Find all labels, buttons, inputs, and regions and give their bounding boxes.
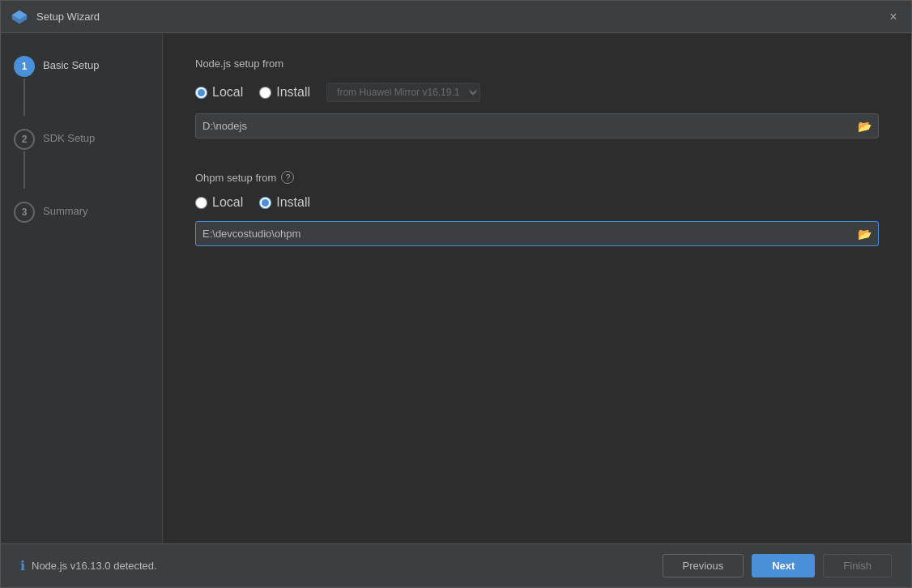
app-logo [11, 8, 28, 26]
ohpm-install-option[interactable]: Install [259, 195, 310, 210]
step2-line [23, 151, 25, 189]
footer-buttons: Previous Next Finish [663, 554, 892, 577]
nodejs-folder-icon[interactable]: 📂 [858, 120, 872, 133]
ohpm-local-option[interactable]: Local [195, 195, 243, 210]
ohpm-title-row: Ohpm setup from ? [195, 171, 879, 184]
step2-number-wrap: 2 [14, 129, 35, 189]
ohpm-local-label: Local [212, 195, 243, 210]
nodejs-install-label: Install [276, 85, 310, 100]
footer-info-message: Node.js v16.13.0 detected. [32, 560, 157, 572]
step3-number-wrap: 3 [14, 202, 35, 223]
next-button[interactable]: Next [752, 554, 815, 577]
nodejs-local-option[interactable]: Local [195, 85, 243, 100]
titlebar: Setup Wizard × [1, 1, 911, 33]
step1-line [23, 79, 25, 116]
ohpm-radio-group: Local Install [195, 195, 879, 210]
step2-label: SDK Setup [43, 129, 95, 144]
nodejs-section-title: Node.js setup from [195, 58, 879, 70]
previous-button[interactable]: Previous [663, 554, 744, 577]
nodejs-radio-group: Local Install from Huawei Mirror v16.19.… [195, 83, 879, 102]
nodejs-path-input[interactable] [202, 114, 858, 138]
ohpm-install-label: Install [276, 195, 310, 210]
step2-circle: 2 [14, 129, 35, 150]
step3-circle: 3 [14, 202, 35, 223]
ohpm-install-radio[interactable] [259, 197, 271, 209]
finish-button[interactable]: Finish [823, 554, 892, 577]
nodejs-local-label: Local [212, 85, 243, 100]
sidebar: 1 Basic Setup 2 SDK Setup 3 Summary [1, 33, 163, 543]
nodejs-section: Node.js setup from Local Install from Hu… [195, 58, 879, 158]
nodejs-local-radio[interactable] [195, 87, 207, 99]
window-title: Setup Wizard [36, 11, 885, 23]
ohpm-path-input[interactable] [202, 222, 858, 245]
step-item-sdk-setup[interactable]: 2 SDK Setup [1, 122, 162, 195]
ohpm-help-icon[interactable]: ? [281, 171, 294, 184]
ohpm-local-radio[interactable] [195, 197, 207, 209]
ohpm-path-row: 📂 [195, 221, 879, 246]
step3-label: Summary [43, 202, 88, 217]
footer: ℹ Node.js v16.13.0 detected. Previous Ne… [1, 543, 911, 587]
step1-label: Basic Setup [43, 56, 99, 71]
nodejs-install-option[interactable]: Install [259, 85, 310, 100]
nodejs-path-row: 📂 [195, 113, 879, 138]
main-content: 1 Basic Setup 2 SDK Setup 3 Summary [1, 33, 911, 543]
setup-wizard-window: Setup Wizard × 1 Basic Setup 2 SDK Setup [0, 0, 912, 588]
close-button[interactable]: × [885, 9, 901, 25]
nodejs-install-radio[interactable] [259, 87, 271, 99]
content-panel: Node.js setup from Local Install from Hu… [163, 33, 911, 543]
ohpm-section: Ohpm setup from ? Local Install 📂 [195, 171, 879, 266]
nodejs-mirror-select[interactable]: from Huawei Mirror v16.19.1 [326, 83, 480, 102]
ohpm-section-title: Ohpm setup from [195, 172, 276, 184]
content-spacer [195, 279, 879, 519]
step-item-summary[interactable]: 3 Summary [1, 195, 162, 229]
step1-number-wrap: 1 [14, 56, 35, 116]
footer-info: ℹ Node.js v16.13.0 detected. [20, 558, 663, 573]
info-icon: ℹ [20, 558, 25, 573]
step1-circle: 1 [14, 56, 35, 77]
step-item-basic-setup[interactable]: 1 Basic Setup [1, 49, 162, 122]
ohpm-folder-icon[interactable]: 📂 [858, 228, 872, 241]
